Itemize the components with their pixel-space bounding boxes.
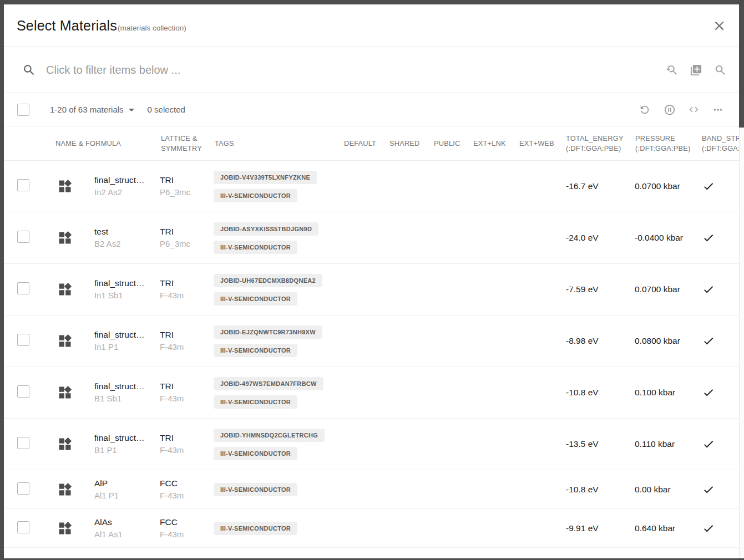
- row-checkbox[interactable]: [17, 334, 29, 346]
- column-header-label: TOTAL_ENERGY: [566, 134, 624, 142]
- row-checkbox[interactable]: [17, 521, 29, 533]
- tags-cell: JOBID-V4V339T5LXNFYZKNEIII-V-SEMICONDUCT…: [213, 171, 342, 202]
- table-row[interactable]: final_struct… In2 As2 TRI P6_3mc JOBID-V…: [4, 161, 739, 212]
- symmetry-group: F-43m: [160, 444, 213, 456]
- row-checkbox-cell: [4, 385, 55, 400]
- total-energy-value: -7.59 eV: [564, 284, 634, 294]
- row-checkbox-cell: [4, 231, 55, 245]
- filter-input[interactable]: [46, 64, 665, 77]
- select-all-checkbox[interactable]: [17, 104, 29, 116]
- band-structure-check-icon: [702, 180, 715, 192]
- band-structure-check-icon: [702, 232, 715, 244]
- close-button[interactable]: [710, 16, 729, 35]
- lattice-symmetry-cell: TRI P6_3mc: [159, 226, 213, 250]
- tag-chip: JOBID-ASYXKISS5TBDJGN9D: [214, 222, 318, 236]
- band-structure-check-icon: [702, 483, 715, 496]
- more-options-button[interactable]: [712, 104, 724, 116]
- pause-button[interactable]: [664, 104, 676, 116]
- table-row[interactable]: final_struct… In1 Sb1 TRI F-43m JOBID-UH…: [4, 264, 739, 315]
- column-header-label: NAME & FORMULA: [55, 139, 121, 147]
- name-formula-cell: final_struct… B1 Sb1: [93, 380, 159, 405]
- total-energy-value: -10.8 eV: [564, 388, 634, 398]
- tag-chip: JOBID-YHMNSDQ2CGLETRCHG: [214, 429, 325, 442]
- column-header-label: DEFAULT: [344, 139, 376, 147]
- table-row[interactable]: final_struct… B1 Sb1 TRI F-43m JOBID-497…: [4, 367, 739, 419]
- name-formula-cell: test B2 As2: [93, 226, 159, 250]
- dialog-header: Select Materials (materials collection): [4, 4, 739, 47]
- column-header-subtitle: (:DFT:GGA:PBE): [635, 144, 700, 154]
- column-header: EXT+LNK: [472, 139, 518, 149]
- scrollbar-thumb[interactable]: [739, 0, 744, 128]
- column-header: LATTICE & SYMMETRY: [159, 134, 210, 154]
- table-row[interactable]: test B2 As2 TRI P6_3mc JOBID-ASYXKISS5TB…: [4, 212, 739, 264]
- row-checkbox[interactable]: [17, 231, 29, 243]
- table-row[interactable]: GaP FCC III-V-SEMICONDUCTOR: [4, 548, 739, 558]
- tag-chip: JOBID-EJZQNWTC9R73NH9XW: [214, 325, 322, 339]
- band-structure-check-icon: [702, 283, 715, 296]
- search-actions: [665, 64, 727, 77]
- row-checkbox[interactable]: [17, 282, 29, 294]
- row-checkbox-cell: [4, 334, 55, 348]
- lattice-type: FCC: [160, 516, 213, 528]
- tag-chip: JOBID-UH67EDCMXB8DQNEA2: [214, 274, 322, 287]
- material-formula: B1 P1: [94, 444, 159, 456]
- column-header-label: PUBLIC: [434, 139, 460, 147]
- band-structure-check-icon: [702, 335, 715, 347]
- add-to-collection-button[interactable]: [690, 64, 702, 77]
- pressure-value: 0.0700 kbar: [634, 181, 700, 191]
- column-header: TAGS: [213, 139, 342, 149]
- pagination-label: 1-20 of 63 materials: [50, 105, 124, 114]
- pagination-dropdown[interactable]: 1-20 of 63 materials: [50, 105, 134, 114]
- table-row[interactable]: AlAs Al1 As1 FCC F-43m III-V-SEMICONDUCT…: [4, 509, 739, 548]
- lattice-type: TRI: [160, 380, 213, 393]
- title-wrap: Select Materials (materials collection): [17, 18, 186, 34]
- refresh-button[interactable]: [639, 104, 651, 116]
- row-checkbox[interactable]: [17, 179, 29, 191]
- modal-backdrop: { "dialog": { "title": "Select Materials…: [0, 0, 744, 560]
- band-structure-cell: [700, 335, 739, 347]
- material-icon-cell: [55, 179, 93, 194]
- column-header: SHARED: [388, 139, 432, 149]
- column-header: BAND_STRU (:DFT:GGA:P: [700, 134, 739, 154]
- tag-chip: III-V-SEMICONDUCTOR: [214, 189, 297, 202]
- lattice-symmetry-cell: TRI F-43m: [159, 329, 213, 353]
- row-checkbox[interactable]: [17, 482, 29, 495]
- pressure-value: 0.100 kbar: [634, 388, 700, 398]
- band-structure-cell: [700, 386, 739, 399]
- tag-chip: III-V-SEMICONDUCTOR: [214, 483, 297, 496]
- lattice-symmetry-cell: FCC F-43m: [159, 477, 213, 502]
- column-header-label: SHARED: [389, 139, 420, 147]
- row-checkbox[interactable]: [17, 385, 29, 398]
- tags-cell: JOBID-EJZQNWTC9R73NH9XWIII-V-SEMICONDUCT…: [213, 325, 342, 357]
- materials-list: final_struct… In2 As2 TRI P6_3mc JOBID-V…: [4, 161, 739, 558]
- name-formula-cell: final_struct… B1 P1: [93, 432, 159, 456]
- material-icon-cell: [55, 333, 93, 349]
- name-formula-cell: final_struct… In1 P1: [93, 329, 159, 353]
- band-structure-check-icon: [702, 438, 715, 450]
- material-icon-cell: [55, 521, 93, 536]
- table-row[interactable]: AlP Al1 P1 FCC F-43m III-V-SEMICONDUCTOR…: [4, 470, 739, 509]
- table-row[interactable]: final_struct… In1 P1 TRI F-43m JOBID-EJZ…: [4, 315, 739, 367]
- column-header-subtitle: (:DFT:GGA:P: [702, 144, 739, 154]
- lattice-symmetry-cell: TRI F-43m: [159, 277, 213, 302]
- lattice-type: FCC: [160, 477, 213, 490]
- material-icon-cell: [55, 282, 93, 297]
- tags-cell: JOBID-ASYXKISS5TBDJGN9DIII-V-SEMICONDUCT…: [213, 222, 342, 254]
- search-history-button[interactable]: [665, 64, 678, 77]
- row-checkbox-cell: [4, 179, 55, 194]
- code-view-button[interactable]: [689, 104, 699, 115]
- row-checkbox-cell: [4, 282, 55, 297]
- band-structure-cell: [700, 522, 739, 534]
- material-name: final_struct…: [94, 174, 159, 186]
- material-widgets-icon: [57, 282, 73, 297]
- material-icon-cell: [55, 230, 93, 246]
- symmetry-group: F-43m: [160, 490, 213, 502]
- lattice-type: TRI: [160, 329, 213, 341]
- row-checkbox[interactable]: [17, 437, 29, 449]
- search-icon: [714, 64, 727, 77]
- search-history-icon: [665, 64, 678, 77]
- tags-cell: JOBID-497WS7EMDAN7FRBCWIII-V-SEMICONDUCT…: [213, 377, 342, 409]
- scrollbar-track[interactable]: [739, 0, 744, 558]
- table-row[interactable]: final_struct… B1 P1 TRI F-43m JOBID-YHMN…: [4, 419, 739, 470]
- search-button[interactable]: [714, 64, 727, 77]
